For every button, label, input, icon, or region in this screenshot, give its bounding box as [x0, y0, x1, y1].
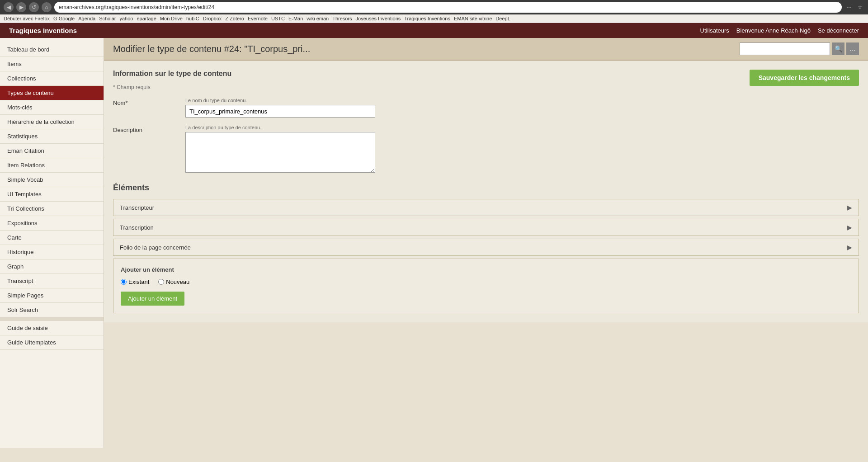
- save-button[interactable]: Sauvegarder les changements: [750, 70, 859, 86]
- top-nav: Tragiques Inventions Utilisateurs Bienve…: [0, 23, 868, 38]
- radio-existant-label[interactable]: Existant: [121, 278, 149, 285]
- form-row-name: Nom* Le nom du type du contenu.: [113, 98, 859, 118]
- radio-nouveau-text: Nouveau: [166, 278, 189, 285]
- url-bar[interactable]: [54, 2, 842, 13]
- bookmark-ustc[interactable]: USTC: [271, 16, 285, 21]
- sidebar-item-carte[interactable]: Carte: [0, 231, 104, 245]
- accordion-transcripteur-arrow: ▶: [847, 204, 852, 211]
- browser-bar: ◀ ▶ ↺ ⌂ ⋯ ☆: [0, 0, 868, 14]
- home-button[interactable]: ⌂: [42, 2, 52, 12]
- accordion-transcription-arrow: ▶: [847, 224, 852, 231]
- description-textarea[interactable]: [185, 132, 375, 173]
- bookmark-eman-vitrine[interactable]: EMAN site vitrine: [454, 16, 492, 21]
- sidebar-item-tableau[interactable]: Tableau de bord: [0, 42, 104, 57]
- sidebar-item-ui-templates[interactable]: UI Templates: [0, 187, 104, 202]
- form-row-description: Description La description du type de co…: [113, 125, 859, 174]
- search-more-button[interactable]: …: [846, 42, 859, 55]
- sidebar-item-item-relations[interactable]: Item Relations: [0, 158, 104, 173]
- accordion-transcripteur-header[interactable]: Transcripteur ▶: [113, 199, 859, 216]
- sidebar-item-guide-ui[interactable]: Guide UItemplates: [0, 335, 104, 350]
- sidebar-item-transcript[interactable]: Transcript: [0, 274, 104, 288]
- sidebar-item-simple-pages[interactable]: Simple Pages: [0, 288, 104, 303]
- reload-button[interactable]: ↺: [29, 2, 39, 12]
- bookmark-button[interactable]: ☆: [855, 3, 864, 12]
- add-element-box: Ajouter un élément Existant Nouveau Ajou…: [113, 259, 859, 313]
- sidebar-item-mots[interactable]: Mots-clés: [0, 100, 104, 115]
- elements-section: Éléments Transcripteur ▶ Transcription ▶: [113, 183, 859, 313]
- name-field-wrapper: Le nom du type du contenu.: [185, 98, 859, 118]
- layout: Tableau de bord Items Collections Types …: [0, 38, 868, 448]
- deconnecter-link[interactable]: Se déconnecter: [818, 27, 859, 34]
- accordion-folio-header[interactable]: Folio de la page concernée ▶: [113, 239, 859, 255]
- page-title: Modifier le type de contenu #24: "TI_cor…: [113, 44, 310, 54]
- forward-button[interactable]: ▶: [16, 2, 26, 12]
- sidebar-item-expositions[interactable]: Expositions: [0, 216, 104, 231]
- description-field-wrapper: La description du type de contenu.: [185, 125, 859, 174]
- bookmark-hubic[interactable]: hubiC: [186, 16, 199, 21]
- radio-existant-text: Existant: [128, 278, 149, 285]
- bookmark-zotero[interactable]: Z Zotero: [225, 16, 244, 21]
- sidebar-item-solr-search[interactable]: Solr Search: [0, 303, 104, 317]
- accordion-transcripteur-label: Transcripteur: [120, 204, 154, 211]
- content-header: Modifier le type de contenu #24: "TI_cor…: [104, 38, 868, 61]
- form-section-title: Information sur le type de contenu: [113, 70, 231, 78]
- sidebar-item-simple-vocab[interactable]: Simple Vocab: [0, 173, 104, 187]
- bookmark-wikieman[interactable]: wiki eman: [307, 16, 329, 21]
- accordion-transcripteur[interactable]: Transcripteur ▶: [113, 199, 859, 216]
- accordion-folio-arrow: ▶: [847, 244, 852, 251]
- accordion-transcription-label: Transcription: [120, 224, 154, 231]
- radio-nouveau-label[interactable]: Nouveau: [158, 278, 189, 285]
- main-content: Modifier le type de contenu #24: "TI_cor…: [104, 38, 868, 448]
- sidebar-item-eman-citation[interactable]: Eman Citation: [0, 144, 104, 158]
- sidebar-item-hierarchie[interactable]: Hiérarchie de la collection: [0, 115, 104, 129]
- bookmark-scholar[interactable]: Scholar: [99, 16, 116, 21]
- search-bar: 🔍 …: [740, 42, 859, 55]
- site-title: Tragiques Inventions: [9, 27, 77, 34]
- bookmark-evernote[interactable]: Evernote: [248, 16, 268, 21]
- add-element-button[interactable]: Ajouter un élément: [121, 292, 184, 306]
- sidebar-item-historique[interactable]: Historique: [0, 245, 104, 259]
- bookmark-agenda[interactable]: Agenda: [78, 16, 95, 21]
- accordion-transcription-header[interactable]: Transcription ▶: [113, 219, 859, 236]
- bookmark-mondrive[interactable]: Mon Drive: [160, 16, 183, 21]
- radio-existant[interactable]: [121, 279, 127, 285]
- bookmark-eman[interactable]: E-Man: [288, 16, 303, 21]
- accordion-folio[interactable]: Folio de la page concernée ▶: [113, 239, 859, 256]
- bookmark-epartage[interactable]: epartage: [137, 16, 156, 21]
- sidebar-item-tri-collections[interactable]: Tri Collections: [0, 202, 104, 216]
- form-area: Information sur le type de contenu * Cha…: [104, 61, 868, 322]
- accordion-folio-label: Folio de la page concernée: [120, 244, 191, 251]
- bookmark-thresors[interactable]: Thresors: [332, 16, 352, 21]
- bookmark-dropbox[interactable]: Dropbox: [203, 16, 222, 21]
- add-element-title: Ajouter un élément: [121, 266, 851, 273]
- sidebar-item-types[interactable]: Types de contenu: [0, 86, 104, 100]
- sidebar-item-items[interactable]: Items: [0, 57, 104, 71]
- search-input[interactable]: [740, 42, 830, 55]
- bookmark-tragiques[interactable]: Tragiques Inventions: [404, 16, 450, 21]
- browser-icons: ⋯ ☆: [844, 3, 864, 12]
- radio-nouveau[interactable]: [158, 279, 164, 285]
- utilisateurs-link[interactable]: Utilisateurs: [700, 27, 729, 34]
- bookmark-google[interactable]: G Google: [53, 16, 75, 21]
- back-button[interactable]: ◀: [4, 2, 14, 12]
- bookmark-firefox[interactable]: Débuter avec Firefox: [4, 16, 50, 21]
- sidebar-item-graph[interactable]: Graph: [0, 259, 104, 274]
- bookmark-joyeuses[interactable]: Joyeuses Inventions: [356, 16, 401, 21]
- accordion-transcription[interactable]: Transcription ▶: [113, 219, 859, 236]
- bookmark-deepl[interactable]: DeepL: [495, 16, 510, 21]
- form-header-left: Information sur le type de contenu * Cha…: [113, 70, 231, 98]
- name-input[interactable]: [185, 105, 375, 118]
- bienvenue-text: Bienvenue Anne Réach-Ngô: [736, 27, 811, 34]
- extensions-button[interactable]: ⋯: [844, 3, 854, 12]
- sidebar-item-collections[interactable]: Collections: [0, 71, 104, 86]
- radio-group: Existant Nouveau: [121, 278, 851, 285]
- sidebar: Tableau de bord Items Collections Types …: [0, 38, 104, 448]
- bookmark-yahoo[interactable]: yahoo: [119, 16, 133, 21]
- elements-title: Éléments: [113, 183, 859, 193]
- name-hint: Le nom du type du contenu.: [185, 98, 859, 103]
- sidebar-item-guide-saisie[interactable]: Guide de saisie: [0, 321, 104, 335]
- description-hint: La description du type de contenu.: [185, 125, 859, 130]
- sidebar-item-statistiques[interactable]: Statistiques: [0, 129, 104, 144]
- form-header-row: Information sur le type de contenu * Cha…: [113, 70, 859, 98]
- search-button[interactable]: 🔍: [832, 42, 844, 55]
